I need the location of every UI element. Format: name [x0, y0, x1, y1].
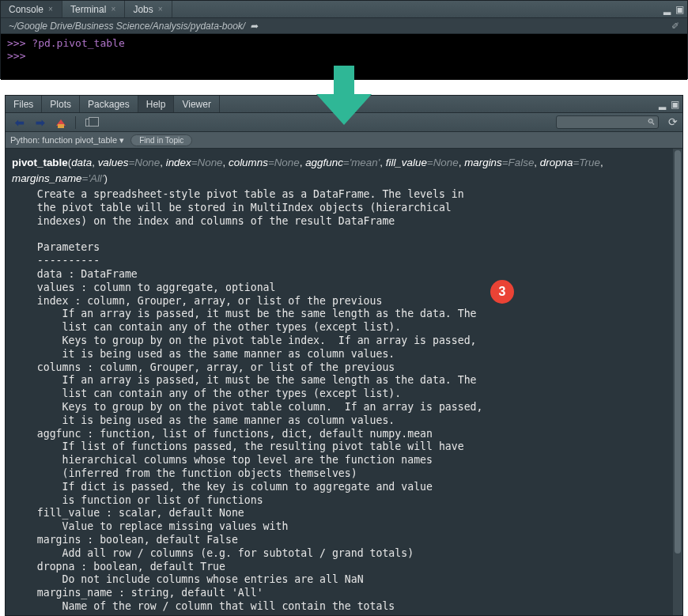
topic-bar: Python: function pivot_table Find in Top… — [6, 132, 682, 149]
open-folder-icon[interactable]: ➦ — [248, 21, 259, 32]
step-badge: 3 — [490, 280, 514, 304]
prompt: >>> — [7, 50, 25, 62]
console-line: >>> ?pd.pivot_table — [7, 37, 681, 50]
close-icon[interactable]: × — [47, 6, 54, 13]
window-controls: ▂ ▣ — [663, 1, 684, 17]
maximize-icon[interactable]: ▣ — [675, 4, 684, 15]
flow-arrow-icon — [316, 66, 372, 125]
tab-files[interactable]: Files — [6, 96, 42, 112]
tab-label: Terminal — [70, 4, 106, 15]
tab-label: Packages — [88, 99, 130, 110]
new-window-icon — [85, 119, 94, 127]
home-button[interactable] — [51, 118, 70, 127]
tab-jobs[interactable]: Jobs × — [125, 1, 172, 17]
search-input[interactable] — [556, 115, 659, 129]
maximize-icon[interactable]: ▣ — [671, 99, 679, 110]
forward-button[interactable]: ➡ — [31, 115, 50, 130]
tab-help[interactable]: Help — [138, 96, 175, 112]
close-icon[interactable]: × — [157, 6, 164, 13]
command-text: ?pd.pivot_table — [32, 37, 124, 49]
tab-terminal[interactable]: Terminal × — [62, 1, 125, 17]
window-controls: ▂ ▣ — [659, 96, 679, 112]
separator — [75, 116, 76, 129]
console-tabbar: Console × Terminal × Jobs × ▂ ▣ — [1, 1, 687, 18]
clear-console-icon[interactable]: ✐ — [671, 21, 679, 32]
help-content[interactable]: pivot_table(data, values=None, index=Non… — [6, 149, 673, 615]
close-icon[interactable]: × — [110, 6, 116, 13]
tab-packages[interactable]: Packages — [80, 96, 138, 112]
tab-label: Help — [146, 99, 166, 110]
find-in-topic-button[interactable]: Find in Topic — [130, 134, 192, 146]
working-directory-bar: ~/Google Drive/Business Science/Analysis… — [1, 18, 687, 34]
scrollbar-track[interactable] — [673, 149, 682, 615]
tab-label: Viewer — [182, 99, 210, 110]
console-line: >>> — [7, 50, 681, 62]
tab-console[interactable]: Console × — [1, 1, 62, 17]
new-window-button[interactable] — [81, 117, 99, 128]
minimize-icon[interactable]: ▂ — [659, 99, 666, 110]
scrollbar-thumb[interactable] — [675, 150, 681, 554]
docstring: Create a spreadsheet-style pivot table a… — [12, 188, 667, 614]
tab-plots[interactable]: Plots — [42, 96, 80, 112]
help-panel: Files Plots Packages Help Viewer ▂ ▣ ⬅ ➡… — [5, 95, 683, 616]
topic-dropdown[interactable]: Python: function pivot_table — [10, 135, 124, 145]
search-wrap: 🔍︎ — [556, 115, 659, 129]
working-directory[interactable]: ~/Google Drive/Business Science/Analysis… — [9, 21, 245, 32]
prompt: >>> — [7, 37, 25, 49]
function-signature: pivot_table(data, values=None, index=Non… — [12, 155, 667, 187]
tab-viewer[interactable]: Viewer — [174, 96, 219, 112]
minimize-icon[interactable]: ▂ — [663, 4, 671, 15]
back-button[interactable]: ⬅ — [10, 115, 29, 130]
tab-label: Console — [9, 4, 43, 15]
tab-label: Files — [13, 99, 33, 110]
refresh-button[interactable]: ⟳ — [668, 115, 678, 128]
tab-label: Plots — [50, 99, 71, 110]
tab-label: Jobs — [133, 4, 153, 15]
home-icon — [56, 119, 66, 126]
search-icon[interactable]: 🔍︎ — [647, 117, 656, 127]
